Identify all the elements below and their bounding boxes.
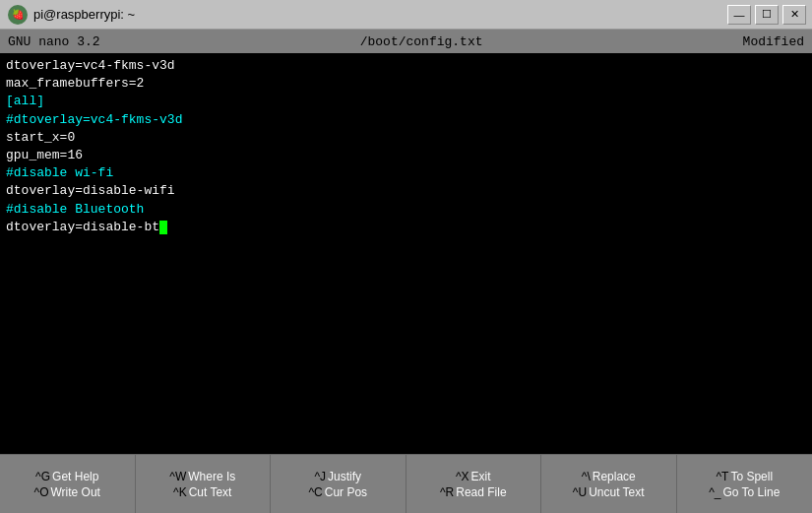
shortcut-action: Uncut Text: [589, 485, 644, 499]
nano-version: GNU nano 3.2: [8, 34, 100, 49]
shortcut-action: To Spell: [730, 470, 773, 483]
modified-status: Modified: [743, 34, 804, 49]
shortcut-item[interactable]: ^\Replace^UUncut Text: [541, 455, 677, 513]
maximize-button[interactable]: ☐: [755, 5, 779, 25]
shortcut-action: Exit: [471, 470, 491, 483]
shortcut-item[interactable]: ^WWhere Is^KCut Text: [136, 455, 272, 513]
close-button[interactable]: ✕: [782, 5, 806, 25]
shortcut-key: ^G: [35, 470, 50, 483]
text-cursor: [159, 221, 167, 234]
shortcut-action: Get Help: [52, 470, 98, 483]
shortcut-key: ^C: [308, 485, 322, 499]
editor-line: dtoverlay=disable-wifi: [6, 182, 806, 200]
shortcut-key: ^K: [173, 485, 187, 499]
shortcut-key: ^\: [582, 470, 591, 483]
editor-line: #disable Bluetooth: [6, 201, 806, 219]
shortcut-action: Cut Text: [189, 485, 232, 499]
editor-line: start_x=0: [6, 129, 806, 147]
shortcut-key: ^X: [456, 470, 469, 483]
editor-area[interactable]: dtoverlay=vc4-fkms-v3dmax_framebuffers=2…: [0, 53, 812, 454]
shortcut-key: ^J: [314, 470, 326, 483]
minimize-button[interactable]: —: [727, 5, 751, 25]
shortcut-key: ^_: [709, 485, 720, 499]
shortcut-action: Where Is: [188, 470, 235, 483]
title-bar: 🍓 pi@raspberrypi: ~ — ☐ ✕: [0, 0, 812, 30]
shortcut-key: ^W: [169, 470, 186, 483]
shortcut-action: Read File: [456, 485, 506, 499]
shortcut-item[interactable]: ^XExit^RRead File: [406, 455, 542, 513]
shortcut-item[interactable]: ^JJustify^CCur Pos: [271, 455, 406, 513]
shortcut-key: ^T: [716, 470, 728, 483]
shortcut-action: Go To Line: [722, 485, 780, 499]
shortcut-action: Write Out: [51, 485, 100, 499]
editor-line: gpu_mem=16: [6, 147, 806, 164]
shortcut-key: ^U: [573, 485, 587, 499]
nano-header: GNU nano 3.2 /boot/config.txt Modified: [0, 30, 812, 53]
editor-line: max_framebuffers=2: [6, 75, 806, 93]
shortcut-key: ^O: [34, 485, 49, 499]
editor-line: dtoverlay=disable-bt: [6, 219, 806, 236]
shortcut-item[interactable]: ^TTo Spell^_Go To Line: [677, 455, 813, 513]
shortcut-action: Cur Pos: [325, 485, 367, 499]
shortcut-item[interactable]: ^GGet Help^OWrite Out: [0, 455, 136, 513]
shortcut-action: Replace: [593, 470, 636, 483]
editor-line: #dtoverlay=vc4-fkms-v3d: [6, 111, 806, 129]
shortcut-key: ^R: [440, 485, 454, 499]
shortcut-action: Justify: [328, 470, 361, 483]
editor-line: [all]: [6, 93, 806, 110]
window-title: pi@raspberrypi: ~: [33, 7, 135, 22]
window-controls[interactable]: — ☐ ✕: [727, 5, 806, 25]
editor-line: dtoverlay=vc4-fkms-v3d: [6, 57, 806, 75]
shortcut-bar: ^GGet Help^OWrite Out^WWhere Is^KCut Tex…: [0, 454, 812, 513]
editor-line: #disable wi-fi: [6, 164, 806, 182]
file-path: /boot/config.txt: [360, 34, 483, 49]
app-icon: 🍓: [8, 5, 28, 25]
